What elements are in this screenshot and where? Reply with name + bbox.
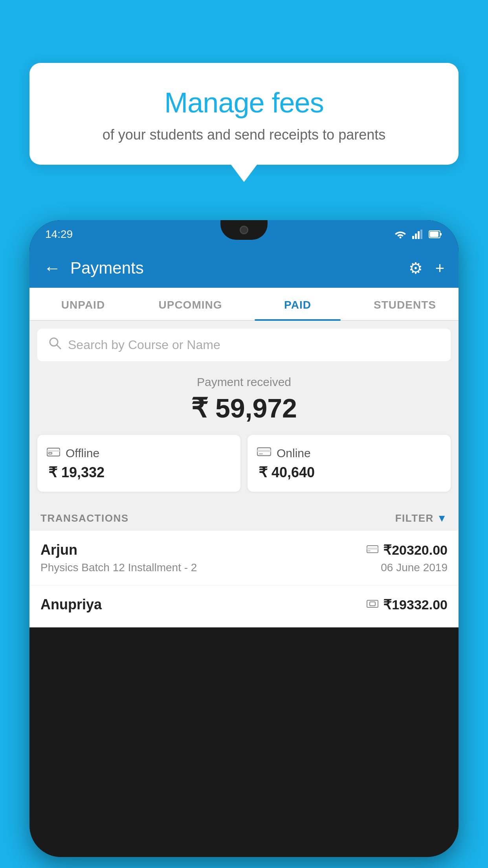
bubble-card: Manage fees of your students and send re… <box>29 63 459 165</box>
back-button[interactable]: ← <box>44 259 61 277</box>
tab-upcoming[interactable]: UPCOMING <box>137 288 244 320</box>
camera <box>240 226 248 234</box>
transaction-mode-icon <box>367 598 378 611</box>
transaction-amount: ₹19332.00 <box>383 597 448 612</box>
tab-paid[interactable]: PAID <box>244 288 351 320</box>
status-icons <box>394 230 443 239</box>
svg-rect-19 <box>367 600 378 607</box>
wifi-icon <box>394 230 407 239</box>
header-title: Payments <box>70 259 399 278</box>
svg-rect-1 <box>412 236 414 239</box>
signal-icon <box>412 230 423 239</box>
add-icon[interactable]: + <box>435 259 444 277</box>
phone-frame: 14:29 <box>29 220 459 857</box>
svg-rect-18 <box>368 550 371 552</box>
bubble-title: Manage fees <box>57 86 431 119</box>
online-payment-card: Online ₹ 40,640 <box>248 435 451 492</box>
tab-unpaid[interactable]: UNPAID <box>29 288 137 320</box>
search-icon <box>48 337 62 353</box>
filter-icon: ▼ <box>437 512 448 524</box>
offline-label: Offline <box>66 447 99 460</box>
app-header: ← Payments ⚙ + <box>29 248 459 288</box>
screen-content: Search by Course or Name Payment receive… <box>29 321 459 627</box>
status-time: 14:29 <box>45 228 73 241</box>
transaction-bottom: Physics Batch 12 Installment - 2 06 June… <box>40 561 448 574</box>
tabs-bar: UNPAID UPCOMING PAID STUDENTS <box>29 288 459 321</box>
tab-students[interactable]: STUDENTS <box>351 288 459 320</box>
svg-point-0 <box>400 237 402 239</box>
online-label: Online <box>277 447 311 460</box>
transaction-mode-icon <box>367 544 378 556</box>
offline-icon <box>47 446 60 460</box>
svg-rect-12 <box>49 452 52 454</box>
header-actions: ⚙ + <box>409 259 444 277</box>
svg-rect-20 <box>370 602 375 606</box>
transaction-amount-wrap: ₹20320.00 <box>367 542 448 558</box>
transaction-amount: ₹20320.00 <box>383 542 448 558</box>
online-amount: ₹ 40,640 <box>257 464 441 481</box>
transaction-top: Anupriya ₹19332.00 <box>40 596 448 613</box>
table-row[interactable]: Anupriya ₹19332.00 <box>29 585 459 627</box>
payment-cards: Offline ₹ 19,332 Online <box>29 435 459 504</box>
filter-button[interactable]: FILTER ▼ <box>395 512 448 524</box>
status-bar: 14:29 <box>29 220 459 248</box>
payment-received-label: Payment received <box>37 375 451 389</box>
payment-summary: Payment received ₹ 59,972 <box>29 361 459 435</box>
online-icon <box>257 446 271 460</box>
search-placeholder: Search by Course or Name <box>68 338 220 352</box>
bubble-subtitle: of your students and send receipts to pa… <box>57 127 431 143</box>
transaction-top: Arjun ₹20320.00 <box>40 542 448 558</box>
transaction-name: Anupriya <box>40 596 102 613</box>
svg-rect-14 <box>257 450 271 452</box>
search-bar[interactable]: Search by Course or Name <box>37 329 451 361</box>
settings-icon[interactable]: ⚙ <box>409 259 423 277</box>
offline-amount: ₹ 19,332 <box>47 464 231 481</box>
svg-line-9 <box>57 345 61 349</box>
svg-rect-11 <box>47 450 60 452</box>
svg-rect-3 <box>418 231 420 239</box>
transactions-header: TRANSACTIONS FILTER ▼ <box>29 504 459 531</box>
offline-payment-card: Offline ₹ 19,332 <box>37 435 240 492</box>
transaction-amount-wrap: ₹19332.00 <box>367 597 448 612</box>
transaction-date: 06 June 2019 <box>381 561 448 574</box>
payment-amount: ₹ 59,972 <box>37 393 451 424</box>
transactions-label: TRANSACTIONS <box>40 512 129 524</box>
svg-rect-4 <box>420 230 422 239</box>
svg-rect-10 <box>47 448 60 456</box>
svg-rect-15 <box>259 453 263 454</box>
battery-icon <box>429 230 443 239</box>
transaction-course: Physics Batch 12 Installment - 2 <box>40 561 197 574</box>
svg-rect-6 <box>440 233 442 235</box>
phone-notch <box>220 220 268 240</box>
table-row[interactable]: Arjun ₹20320.00 Physics Batch 12 Install… <box>29 531 459 585</box>
svg-rect-2 <box>415 234 417 239</box>
svg-rect-17 <box>367 548 378 550</box>
svg-rect-7 <box>430 232 438 237</box>
transaction-name: Arjun <box>40 542 77 558</box>
